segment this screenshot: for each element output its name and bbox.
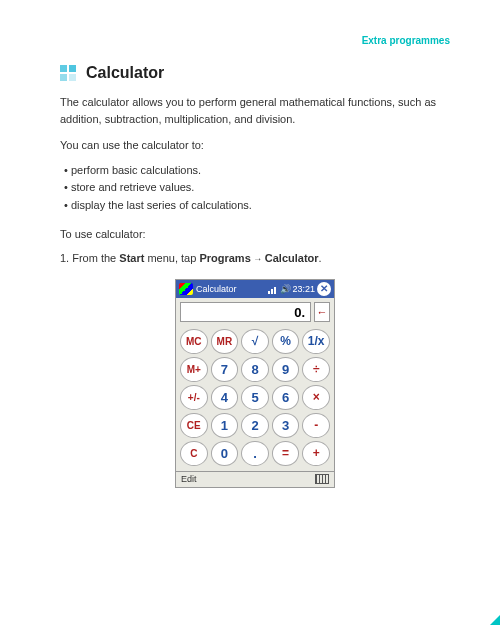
sub-intro-text: You can use the calculator to: (60, 137, 450, 154)
calc-key-0[interactable]: 0 (211, 441, 239, 466)
start-flag-icon[interactable] (179, 283, 193, 295)
page-number: 235 (458, 596, 473, 606)
calc-key-8[interactable]: 8 (241, 357, 269, 382)
calc-titlebar: Calculator 🔊 23:21 ✕ (176, 280, 334, 298)
grid-icon (60, 65, 76, 81)
calc-key-3[interactable]: 3 (272, 413, 300, 438)
calc-key-[interactable]: + (302, 441, 330, 466)
step-mid: menu, tap (144, 252, 199, 264)
calc-key-ce[interactable]: CE (180, 413, 208, 438)
step-period: . (319, 252, 322, 264)
title-row: Calculator (60, 64, 450, 82)
bullet-item: display the last series of calculations. (60, 197, 450, 215)
calc-key-[interactable]: % (272, 329, 300, 354)
edit-menu[interactable]: Edit (181, 474, 197, 484)
svg-marker-0 (482, 615, 500, 625)
keyboard-icon[interactable] (315, 474, 329, 484)
calc-key-[interactable]: ÷ (302, 357, 330, 382)
calc-key-[interactable]: - (302, 413, 330, 438)
calc-key-4[interactable]: 4 (211, 385, 239, 410)
intro-text: The calculator allows you to perform gen… (60, 94, 450, 127)
bullet-item: perform basic calculations. (60, 162, 450, 180)
step-start-menu: Start (119, 252, 144, 264)
step-programs: Programs (199, 252, 250, 264)
calc-key-[interactable]: +/- (180, 385, 208, 410)
calc-display: 0. (180, 302, 311, 322)
page-title: Calculator (86, 64, 164, 82)
calc-key-[interactable]: × (302, 385, 330, 410)
calc-key-9[interactable]: 9 (272, 357, 300, 382)
calc-key-1x[interactable]: 1/x (302, 329, 330, 354)
arrow-icon: → (251, 254, 265, 264)
calc-bottombar: Edit (176, 471, 334, 487)
calc-key-2[interactable]: 2 (241, 413, 269, 438)
step-text: 1. From the Start menu, tap Programs → C… (60, 250, 450, 267)
backspace-button[interactable]: ← (314, 302, 330, 322)
step-intro: To use calculator: (60, 228, 450, 240)
calc-title: Calculator (196, 284, 265, 294)
section-header: Extra programmes (60, 35, 450, 46)
calc-key-mc[interactable]: MC (180, 329, 208, 354)
calc-keypad: MCMR√%1/xM+789÷+/-456×CE123-C0.=+ (176, 326, 334, 471)
calc-key-1[interactable]: 1 (211, 413, 239, 438)
signal-icon (268, 284, 278, 294)
calc-key-[interactable]: . (241, 441, 269, 466)
calc-key-5[interactable]: 5 (241, 385, 269, 410)
clock-text: 23:21 (292, 284, 315, 294)
calculator-window: Calculator 🔊 23:21 ✕ 0. ← MCMR√%1/xM+789… (175, 279, 335, 488)
step-prefix: 1. From the (60, 252, 119, 264)
close-icon[interactable]: ✕ (317, 282, 331, 296)
calc-key-mr[interactable]: MR (211, 329, 239, 354)
calc-key-c[interactable]: C (180, 441, 208, 466)
speaker-icon: 🔊 (280, 284, 290, 294)
step-calculator: Calculator (265, 252, 319, 264)
calc-key-6[interactable]: 6 (272, 385, 300, 410)
calc-key-7[interactable]: 7 (211, 357, 239, 382)
calc-key-[interactable]: √ (241, 329, 269, 354)
bullet-item: store and retrieve values. (60, 179, 450, 197)
bullet-list: perform basic calculations. store and re… (60, 162, 450, 215)
calc-key-m[interactable]: M+ (180, 357, 208, 382)
calc-key-[interactable]: = (272, 441, 300, 466)
